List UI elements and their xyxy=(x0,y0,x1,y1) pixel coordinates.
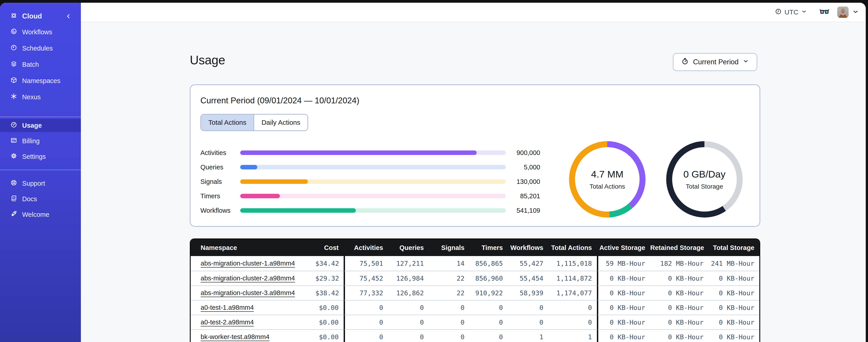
main-content: Usage Current Period Current Period (09/… xyxy=(81,22,866,342)
sidebar-item-nexus[interactable]: Nexus xyxy=(0,91,81,104)
column-header-activities: Activities xyxy=(344,239,388,256)
sidebar-item-namespaces[interactable]: Namespaces xyxy=(0,74,81,87)
bar-label: Workflows xyxy=(200,207,240,214)
namespace-link[interactable]: a0-test-2.a98mm4 xyxy=(200,318,254,326)
namespace-link[interactable]: a0-test-1.a98mm4 xyxy=(200,304,254,311)
cell-active-storage: 0 KB-Hour xyxy=(597,271,650,285)
namespace-link[interactable]: abs-migration-cluster-1.a98mm4 xyxy=(200,260,295,267)
collapse-sidebar-icon[interactable] xyxy=(65,10,72,23)
total-storage-donut-chart: 0 GB/Day Total Storage xyxy=(664,139,745,220)
cell-retained-storage: 0 KB-Hour xyxy=(650,300,709,315)
cell-retained-storage: 0 KB-Hour xyxy=(650,329,709,342)
column-header-queries: Queries xyxy=(388,239,429,256)
avatar[interactable] xyxy=(837,6,848,18)
cell-cost: $29.32 xyxy=(315,271,344,285)
cell-active-storage: 0 KB-Hour xyxy=(597,300,650,315)
cell-timers: 0 xyxy=(469,329,508,342)
namespace-link[interactable]: abs-migration-cluster-3.a98mm4 xyxy=(200,289,295,297)
bar-track xyxy=(240,165,506,169)
sidebar-item-welcome[interactable]: Welcome xyxy=(0,208,81,221)
total-actions-donut-chart: 4.7 MM Total Actions xyxy=(567,139,648,220)
cell-total-storage: 0 KB-Hour xyxy=(709,271,759,285)
cell-workflows: 58,939 xyxy=(508,285,548,300)
sidebar-item-batch[interactable]: Batch xyxy=(0,58,81,71)
bar-value: 5,000 xyxy=(506,164,540,171)
sidebar-item-schedules[interactable]: Schedules xyxy=(0,42,81,55)
period-selector-label: Current Period xyxy=(693,58,739,66)
cell-workflows: 0 xyxy=(508,300,548,315)
settings-gear-icon xyxy=(10,152,17,161)
column-header-active-storage: Active Storage xyxy=(597,239,650,256)
column-header-total-storage: Total Storage xyxy=(709,239,759,256)
namespace-link[interactable]: abs-migration-cluster-2.a98mm4 xyxy=(200,275,295,282)
sidebar-item-support[interactable]: Support xyxy=(0,177,81,190)
cell-active-storage: 0 KB-Hour xyxy=(597,285,650,300)
cell-cost: $38.42 xyxy=(315,285,344,300)
sidebar-item-workflows[interactable]: Workflows xyxy=(0,26,81,39)
bar-label: Activities xyxy=(200,149,240,157)
cell-workflows: 55,427 xyxy=(508,256,548,271)
bar-track xyxy=(240,194,506,198)
column-header-workflows: Workflows xyxy=(508,239,548,256)
account-menu-chevron-icon[interactable] xyxy=(852,8,859,16)
cell-cost: $0.00 xyxy=(315,329,344,342)
sidebar-brand[interactable]: Cloud xyxy=(0,10,81,23)
tab-daily-actions[interactable]: Daily Actions xyxy=(253,114,308,130)
sidebar-brand-label: Cloud xyxy=(22,12,42,20)
column-header-total-actions: Total Actions xyxy=(548,239,597,256)
cell-signals: 22 xyxy=(429,271,469,285)
sidebar-item-billing[interactable]: Billing xyxy=(0,134,81,147)
sidebar-item-docs[interactable]: Docs xyxy=(0,193,81,206)
chevron-down-icon xyxy=(743,58,749,66)
bar-label: Signals xyxy=(200,178,240,185)
cell-signals: 0 xyxy=(429,300,469,315)
sidebar-item-label: Billing xyxy=(22,137,39,145)
workflows-icon xyxy=(10,28,17,36)
cell-cost: $34.42 xyxy=(315,256,344,271)
sidebar-item-label: Nexus xyxy=(22,93,41,101)
bar-track xyxy=(240,150,506,155)
cell-timers: 856,865 xyxy=(469,256,508,271)
actions-tab-group: Total Actions Daily Actions xyxy=(200,114,308,131)
sidebar-item-label: Welcome xyxy=(22,211,49,218)
table-header-row: Namespace Cost Activities Queries Signal… xyxy=(191,239,759,256)
bar-track xyxy=(240,208,506,213)
column-header-signals: Signals xyxy=(429,239,469,256)
sidebar-item-usage[interactable]: Usage xyxy=(0,119,81,132)
cell-activities: 0 xyxy=(344,300,388,315)
cell-active-storage: 0 KB-Hour xyxy=(597,329,650,342)
feedback-glasses-icon[interactable] xyxy=(820,8,829,16)
cell-queries: 126,862 xyxy=(388,285,429,300)
nexus-icon xyxy=(10,93,17,101)
period-selector-button[interactable]: Current Period xyxy=(673,53,757,71)
table-row: abs-migration-cluster-3.a98mm4 $38.42 77… xyxy=(191,285,759,300)
welcome-rocket-icon xyxy=(10,210,17,219)
docs-book-icon xyxy=(10,195,17,203)
cell-total-actions: 0 xyxy=(548,315,597,329)
sidebar-item-label: Workflows xyxy=(22,28,52,36)
column-header-timers: Timers xyxy=(469,239,508,256)
cell-queries: 127,211 xyxy=(388,256,429,271)
sidebar-item-label: Settings xyxy=(22,153,46,161)
cell-timers: 0 xyxy=(469,300,508,315)
bar-fill xyxy=(240,165,257,169)
timezone-selector[interactable]: UTC xyxy=(775,8,807,16)
bar-fill xyxy=(240,194,280,198)
page-title: Usage xyxy=(190,53,225,67)
timezone-label: UTC xyxy=(784,8,798,16)
tab-total-actions[interactable]: Total Actions xyxy=(201,114,253,130)
sidebar-divider xyxy=(0,170,81,170)
usage-bar-row: Signals 130,000 xyxy=(200,174,540,189)
sidebar-item-label: Batch xyxy=(22,61,39,68)
sidebar-item-settings[interactable]: Settings xyxy=(0,150,81,163)
usage-gauge-icon xyxy=(10,122,17,130)
cell-total-actions: 0 xyxy=(548,300,597,315)
cell-retained-storage: 0 KB-Hour xyxy=(650,315,709,329)
column-header-cost: Cost xyxy=(315,239,344,256)
namespace-link[interactable]: bk-worker-test.a98mm4 xyxy=(200,333,270,340)
schedules-icon xyxy=(10,44,17,53)
cell-cost: $0.00 xyxy=(315,300,344,315)
cell-activities: 0 xyxy=(344,315,388,329)
bar-fill xyxy=(240,208,356,213)
usage-bar-row: Activities 900,000 xyxy=(200,145,540,160)
